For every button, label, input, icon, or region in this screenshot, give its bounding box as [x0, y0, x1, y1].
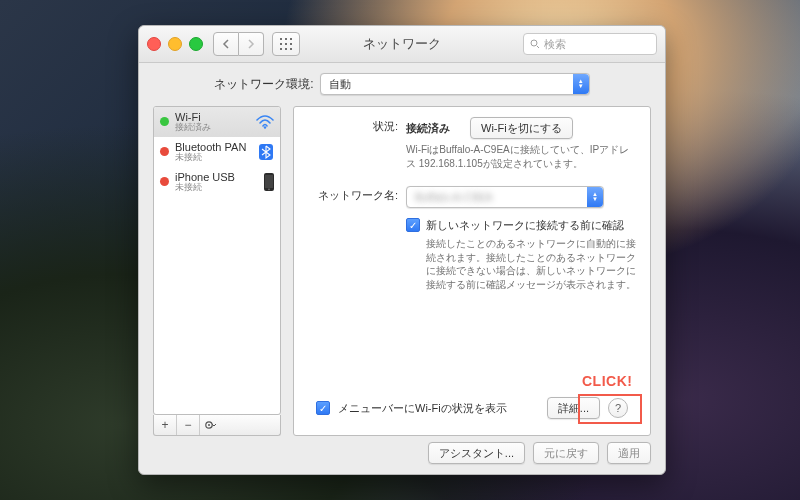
location-value: 自動 [329, 77, 351, 92]
status-dot-disconnected-icon [160, 147, 169, 156]
forward-button[interactable] [239, 32, 264, 56]
interface-status: 未接続 [175, 153, 246, 163]
minimize-window-button[interactable] [168, 37, 182, 51]
location-select[interactable]: 自動 ▲▼ [320, 73, 590, 95]
svg-rect-3 [280, 43, 282, 45]
chevron-left-icon [222, 39, 230, 49]
desktop-wallpaper: ネットワーク 検索 ネットワーク環境: 自動 ▲▼ [0, 0, 800, 500]
ask-before-join-desc: 接続したことのあるネットワークに自動的に接続されます。接続したことのあるネットワ… [426, 237, 636, 291]
interface-status: 接続済み [175, 123, 211, 133]
interface-item-iphone-usb[interactable]: iPhone USB 未接続 [154, 167, 280, 197]
wifi-icon [256, 115, 274, 129]
turn-wifi-off-button[interactable]: Wi-Fiを切にする [470, 117, 573, 139]
interface-list-buttons: + − [153, 415, 281, 436]
assistant-button[interactable]: アシスタント... [428, 442, 525, 464]
footer-buttons: アシスタント... 元に戻す 適用 [428, 442, 651, 464]
interface-item-bluetooth-pan[interactable]: Bluetooth PAN 未接続 [154, 137, 280, 167]
svg-rect-4 [285, 43, 287, 45]
search-field[interactable]: 検索 [523, 33, 657, 55]
chevron-right-icon [247, 39, 255, 49]
status-label: 状況: [306, 117, 398, 170]
status-dot-connected-icon [160, 117, 169, 126]
search-icon [530, 39, 540, 49]
popup-stepper-icon: ▲▼ [587, 187, 603, 207]
svg-point-17 [208, 424, 210, 426]
show-in-menubar-label: メニューバーにWi-Fiの状況を表示 [338, 401, 507, 416]
interface-item-wifi[interactable]: Wi-Fi 接続済み [154, 107, 280, 137]
status-value: 接続済み [406, 121, 450, 136]
gear-dropdown-icon [204, 420, 218, 430]
svg-rect-14 [265, 175, 273, 188]
svg-line-10 [537, 46, 539, 48]
interface-status: 未接続 [175, 183, 235, 193]
svg-point-15 [268, 189, 270, 191]
svg-point-11 [264, 126, 266, 128]
status-row: 状況: 接続済み Wi-Fiを切にする Wi-FiはBuffalo-A-C9EA… [306, 117, 638, 170]
ask-before-join-checkbox[interactable]: ✓ [406, 218, 420, 232]
show-all-button[interactable] [272, 32, 300, 56]
network-name-label: ネットワーク名: [306, 186, 398, 291]
sidebar: Wi-Fi 接続済み Bluetooth PAN 未接続 [153, 106, 281, 436]
interface-action-menu[interactable] [200, 415, 222, 435]
annotation-text: CLICK! [582, 373, 632, 389]
annotation-highlight-box [578, 394, 642, 424]
apply-button[interactable]: 適用 [607, 442, 651, 464]
revert-button[interactable]: 元に戻す [533, 442, 599, 464]
grid-icon [280, 38, 292, 50]
show-in-menubar-checkbox[interactable]: ✓ [316, 401, 330, 415]
svg-rect-5 [290, 43, 292, 45]
network-name-row: ネットワーク名: Buffalo-A-C9EA ▲▼ ✓ 新しいネットワークに接… [306, 186, 638, 291]
ask-before-join-label: 新しいネットワークに接続する前に確認 [426, 218, 636, 233]
status-detail: Wi-FiはBuffalo-A-C9EAに接続していて、IPアドレス 192.1… [406, 143, 636, 170]
location-row: ネットワーク環境: 自動 ▲▼ [139, 63, 665, 106]
status-dot-disconnected-icon [160, 177, 169, 186]
titlebar: ネットワーク 検索 [139, 26, 665, 63]
interface-list[interactable]: Wi-Fi 接続済み Bluetooth PAN 未接続 [153, 106, 281, 415]
svg-point-9 [531, 40, 537, 46]
bluetooth-icon [258, 143, 274, 161]
remove-interface-button[interactable]: − [177, 415, 200, 435]
svg-rect-0 [280, 38, 282, 40]
network-name-select[interactable]: Buffalo-A-C9EA ▲▼ [406, 186, 604, 208]
svg-rect-2 [290, 38, 292, 40]
location-label: ネットワーク環境: [214, 76, 313, 93]
nav-buttons [213, 32, 264, 56]
zoom-window-button[interactable] [189, 37, 203, 51]
svg-rect-1 [285, 38, 287, 40]
add-interface-button[interactable]: + [154, 415, 177, 435]
svg-rect-6 [280, 48, 282, 50]
search-placeholder: 検索 [544, 37, 566, 52]
window-traffic-lights [147, 37, 203, 51]
svg-rect-8 [290, 48, 292, 50]
back-button[interactable] [213, 32, 239, 56]
iphone-icon [264, 173, 274, 191]
svg-rect-7 [285, 48, 287, 50]
popup-stepper-icon: ▲▼ [573, 74, 589, 94]
network-name-value: Buffalo-A-C9EA [415, 191, 492, 203]
close-window-button[interactable] [147, 37, 161, 51]
